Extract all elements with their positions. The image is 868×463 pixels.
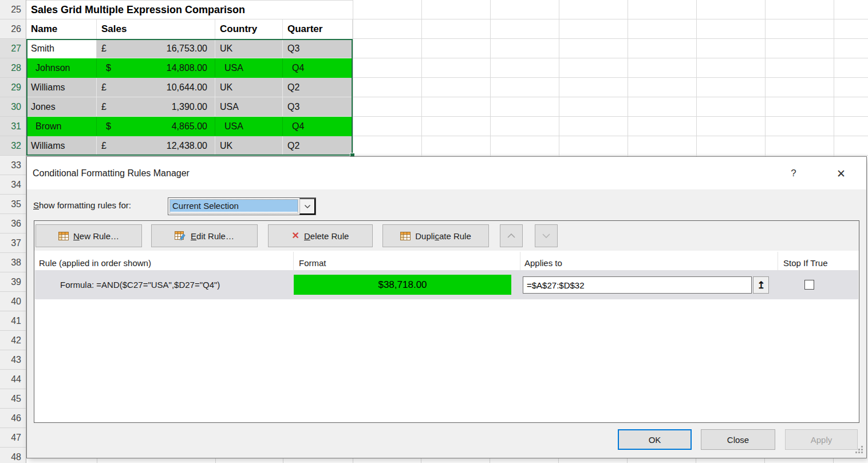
cell-quarter[interactable]: Q2 <box>283 78 353 97</box>
cell-sales[interactable]: £1,390.00 <box>97 97 215 117</box>
row-header-42[interactable]: 42 <box>0 331 26 350</box>
apply-button[interactable]: Apply <box>785 429 858 450</box>
row-header-33[interactable]: 33 <box>0 156 26 175</box>
row-header-34[interactable]: 34 <box>0 175 26 195</box>
row-header-35[interactable]: 35 <box>0 195 26 214</box>
sheet-row-27: Smith £16,753.00 UK Q3 <box>26 39 353 58</box>
cell-name[interactable]: Williams <box>26 136 97 156</box>
cell-quarter[interactable]: Q4 <box>283 117 353 136</box>
gridline <box>283 458 283 463</box>
cell-country[interactable]: UK <box>215 78 283 97</box>
combobox-value: Current Selection <box>168 198 299 215</box>
help-icon: ? <box>791 168 796 179</box>
show-rules-combobox[interactable]: Current Selection <box>168 197 316 215</box>
cell-name[interactable]: Jones <box>26 97 97 117</box>
sheet-header-row: Name Sales Country Quarter <box>26 19 353 39</box>
partially-hidden-cells <box>26 458 868 463</box>
row-header-column: 25 26 27 28 29 30 31 32 33 34 35 36 37 3… <box>0 0 26 463</box>
edit-rule-button[interactable]: Edit Rule… <box>151 224 258 247</box>
cell-country[interactable]: UK <box>215 39 283 58</box>
cell-name[interactable]: Smith <box>26 39 97 58</box>
row-header-40[interactable]: 40 <box>0 292 26 311</box>
row-header-48[interactable]: 48 <box>0 448 26 463</box>
edit-rule-label: Edit Rule… <box>191 231 234 241</box>
rule-description: Formula: =AND($C27="USA",$D27="Q4") <box>60 280 220 290</box>
collapse-dialog-icon: ↥ <box>757 279 765 291</box>
row-header-27[interactable]: 27 <box>0 39 26 58</box>
row-header-29[interactable]: 29 <box>0 78 26 97</box>
row-header-28[interactable]: 28 <box>0 58 26 78</box>
new-rule-table-icon <box>58 232 69 240</box>
collapse-dialog-button[interactable]: ↥ <box>753 276 769 294</box>
spreadsheet-empty-cells[interactable] <box>353 0 868 161</box>
row-header-26[interactable]: 26 <box>0 19 26 39</box>
row-header-32[interactable]: 32 <box>0 136 26 156</box>
applies-to-input[interactable] <box>523 276 752 294</box>
cell-country[interactable]: UK <box>215 136 283 156</box>
cell-name[interactable]: Johnson <box>26 58 97 78</box>
row-header-37[interactable]: 37 <box>0 234 26 253</box>
cell-sales[interactable]: $4,865.00 <box>97 117 215 136</box>
row-header-30[interactable]: 30 <box>0 97 26 117</box>
cell-sales[interactable]: £10,644.00 <box>97 78 215 97</box>
row-header-41[interactable]: 41 <box>0 311 26 331</box>
delete-x-icon: ✕ <box>292 231 299 240</box>
delete-rule-button[interactable]: ✕ Delete Rule <box>268 224 373 247</box>
column-separator <box>293 252 294 270</box>
row-header-43[interactable]: 43 <box>0 350 26 370</box>
dialog-close-button[interactable]: ✕ <box>830 164 853 183</box>
cell-sheet-title[interactable]: Sales Grid Multiple Expression Compariso… <box>26 0 353 19</box>
row-header-39[interactable]: 39 <box>0 272 26 292</box>
resize-grip[interactable] <box>855 446 863 454</box>
cell-sales[interactable]: £12,438.00 <box>97 136 215 156</box>
column-separator <box>520 252 520 270</box>
cell-sales[interactable]: £16,753.00 <box>97 39 215 58</box>
cell-quarter[interactable]: Q4 <box>283 58 353 78</box>
cell-country[interactable]: USA <box>215 97 283 117</box>
sheet-row-30: Jones £1,390.00 USA Q3 <box>26 97 353 117</box>
duplicate-rule-button[interactable]: Duplicate Rule <box>382 224 489 247</box>
close-button[interactable]: Close <box>701 429 775 450</box>
cell-sales[interactable]: $14,808.00 <box>97 58 215 78</box>
row-header-31[interactable]: 31 <box>0 117 26 136</box>
cell-name[interactable]: Williams <box>26 78 97 97</box>
ok-button[interactable]: OK <box>618 429 692 450</box>
row-header-38[interactable]: 38 <box>0 253 26 272</box>
new-rule-label: New Rule… <box>73 231 119 241</box>
currency-symbol: £ <box>101 102 106 112</box>
rules-frame: New Rule… Edit Rule… ✕ Delete Rule Dupli… <box>34 220 859 423</box>
row-header-46[interactable]: 46 <box>0 409 26 428</box>
cell-name[interactable]: Brown <box>26 117 97 136</box>
column-header-rule: Rule (applied in order shown) <box>39 258 151 268</box>
cell-country[interactable]: USA <box>215 117 283 136</box>
sheet-row-28: Johnson $14,808.00 USA Q4 <box>26 58 353 78</box>
dialog-titlebar[interactable]: Conditional Formatting Rules Manager ? ✕ <box>27 157 866 189</box>
row-header-25[interactable]: 25 <box>0 0 26 19</box>
rule-row[interactable]: Formula: =AND($C27="USA",$D27="Q4") $38,… <box>35 270 858 299</box>
combo-dropdown-button[interactable] <box>299 198 315 215</box>
currency-symbol: $ <box>106 121 111 132</box>
stop-if-true-checkbox[interactable] <box>804 280 814 290</box>
row-header-36[interactable]: 36 <box>0 214 26 234</box>
sheet-row-29: Williams £10,644.00 UK Q2 <box>26 78 353 97</box>
sheet-row-32: Williams £12,438.00 UK Q2 <box>26 136 353 156</box>
duplicate-rule-label: Duplicate Rule <box>415 231 471 241</box>
cell-header-country[interactable]: Country <box>215 19 283 39</box>
row-header-47[interactable]: 47 <box>0 428 26 448</box>
currency-symbol: £ <box>101 43 106 54</box>
cell-header-quarter[interactable]: Quarter <box>283 19 353 39</box>
excel-window: 25 26 27 28 29 30 31 32 33 34 35 36 37 3… <box>0 0 868 463</box>
row-header-45[interactable]: 45 <box>0 389 26 409</box>
move-rule-up-button[interactable] <box>500 224 523 247</box>
cell-quarter[interactable]: Q3 <box>283 97 353 117</box>
cf-rules-manager-dialog: Conditional Formatting Rules Manager ? ✕… <box>26 156 867 458</box>
cell-header-name[interactable]: Name <box>26 19 97 39</box>
help-button[interactable]: ? <box>784 164 803 183</box>
move-rule-down-button[interactable] <box>535 224 558 247</box>
cell-header-sales[interactable]: Sales <box>97 19 215 39</box>
row-header-44[interactable]: 44 <box>0 370 26 389</box>
cell-quarter[interactable]: Q3 <box>283 39 353 58</box>
cell-country[interactable]: USA <box>215 58 283 78</box>
new-rule-button[interactable]: New Rule… <box>35 224 142 247</box>
cell-quarter[interactable]: Q2 <box>283 136 353 156</box>
